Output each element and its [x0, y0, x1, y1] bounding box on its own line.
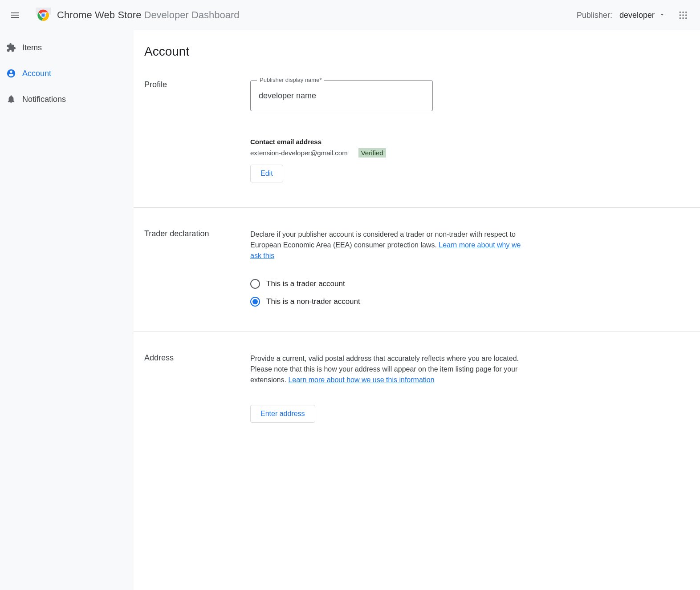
caret-down-icon	[659, 11, 665, 20]
svg-point-2	[41, 13, 45, 17]
chrome-web-store-logo	[36, 8, 51, 23]
radio-label: This is a non-trader account	[266, 297, 360, 306]
menu-button[interactable]	[6, 6, 24, 24]
publisher-dropdown[interactable]: developer	[619, 11, 665, 20]
svg-point-6	[680, 14, 681, 16]
svg-point-5	[685, 12, 687, 13]
verified-badge: Verified	[358, 148, 386, 158]
svg-point-4	[682, 12, 684, 13]
sidebar-item-items[interactable]: Items	[0, 35, 134, 61]
app-title-sub: Developer Dashboard	[144, 9, 240, 21]
radio-icon	[250, 279, 260, 289]
address-learn-more-link[interactable]: Learn more about how we use this informa…	[288, 376, 434, 384]
publisher-selected-value: developer	[619, 11, 655, 20]
section-heading: Trader declaration	[144, 229, 250, 307]
radio-non-trader-account[interactable]: This is a non-trader account	[250, 297, 531, 307]
radio-label: This is a trader account	[266, 279, 345, 288]
sidebar-item-account[interactable]: Account	[0, 61, 134, 86]
radio-trader-account[interactable]: This is a trader account	[250, 279, 531, 289]
sidebar-item-label: Account	[22, 69, 51, 78]
address-description: Provide a current, valid postal address …	[250, 353, 531, 385]
extension-icon	[6, 43, 22, 53]
contact-email-value: extension-developer@gmail.com	[250, 149, 348, 157]
radio-icon	[250, 297, 260, 307]
svg-point-10	[682, 17, 684, 19]
main-content: Account Profile Publisher display name* …	[134, 30, 700, 590]
svg-point-3	[680, 12, 681, 13]
svg-point-11	[685, 17, 687, 19]
contact-email-heading: Contact email address	[250, 138, 531, 145]
apps-grid-icon	[679, 11, 688, 20]
section-profile: Profile Publisher display name* Contact …	[134, 59, 700, 208]
enter-address-button[interactable]: Enter address	[250, 405, 315, 423]
section-heading: Profile	[144, 80, 250, 182]
app-header: Chrome Web Store Developer Dashboard Pub…	[0, 0, 700, 30]
app-title-main: Chrome Web Store	[57, 9, 142, 21]
publisher-label: Publisher:	[577, 11, 612, 20]
sidebar-item-label: Notifications	[22, 95, 66, 104]
svg-point-7	[682, 14, 684, 16]
field-label: Publisher display name*	[257, 77, 324, 83]
publisher-display-name-field[interactable]: Publisher display name*	[250, 80, 433, 111]
section-address: Address Provide a current, valid postal …	[134, 332, 700, 448]
sidebar: Items Account Notifications	[0, 30, 134, 590]
section-trader-declaration: Trader declaration Declare if your publi…	[134, 208, 700, 332]
edit-email-button[interactable]: Edit	[250, 165, 283, 182]
trader-description: Declare if your publisher account is con…	[250, 229, 531, 261]
page-title: Account	[134, 30, 700, 59]
publisher-display-name-input[interactable]	[259, 91, 424, 101]
section-heading: Address	[144, 353, 250, 423]
svg-point-9	[680, 17, 681, 19]
account-circle-icon	[6, 69, 22, 78]
sidebar-item-notifications[interactable]: Notifications	[0, 86, 134, 112]
svg-point-8	[685, 14, 687, 16]
hamburger-icon	[10, 10, 20, 20]
bell-icon	[6, 94, 22, 104]
google-apps-button[interactable]	[674, 6, 692, 24]
sidebar-item-label: Items	[22, 43, 42, 53]
